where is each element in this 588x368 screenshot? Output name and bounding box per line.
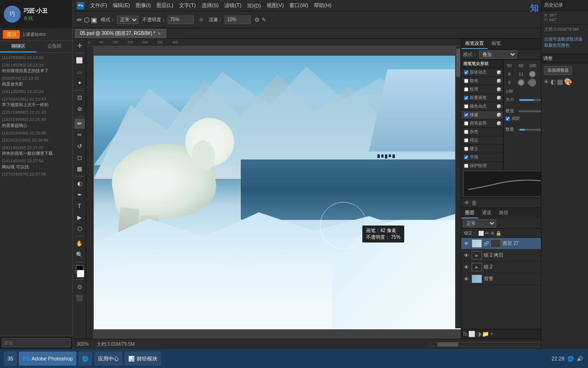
gradient-tool[interactable]: ▦ xyxy=(74,164,85,174)
build-up-check[interactable] xyxy=(464,147,468,151)
shape-dynamics-check[interactable] xyxy=(464,70,468,75)
quick-mask-icon[interactable]: ⊙ xyxy=(74,282,85,292)
menu-file[interactable]: 文件(F) xyxy=(90,2,107,9)
add-mask-icon[interactable]: ⬜ xyxy=(468,331,475,337)
text-tool[interactable]: T xyxy=(74,201,85,211)
mode-select[interactable]: 正常 xyxy=(117,16,139,24)
brush-pose-check[interactable] xyxy=(464,121,468,125)
brush-tip-60[interactable]: 60 xyxy=(517,62,525,69)
noise-check[interactable] xyxy=(464,130,468,134)
menu-text[interactable]: 文字(T) xyxy=(179,2,196,9)
taskbar-app-center[interactable]: 应用中心 xyxy=(94,351,122,366)
brush-tip-circle-6[interactable] xyxy=(517,79,525,86)
active-tab[interactable]: 05.psd @ 300% (图层27, RGB/8#) * ✕ xyxy=(75,29,166,38)
clone-stamp-tool[interactable]: ✂ xyxy=(74,130,85,140)
brush-mode-select[interactable]: 叠加 xyxy=(479,50,517,59)
tab-announce[interactable]: 公告区 xyxy=(36,41,73,52)
canvas[interactable]: 画笔：42 像素 不透明度： 75% xyxy=(94,56,461,329)
background-color[interactable] xyxy=(77,270,84,277)
taskbar-chart[interactable]: 📊 财经模块 xyxy=(124,351,161,366)
taskbar-browser[interactable]: 🌐 xyxy=(78,351,92,366)
shape-tool[interactable]: ⬡ xyxy=(74,224,85,234)
crop-tool[interactable]: ⊡ xyxy=(74,92,85,103)
brush-tip-136[interactable]: 136 xyxy=(506,87,513,95)
texture-check[interactable] xyxy=(464,87,468,92)
opacity-input[interactable] xyxy=(168,16,194,24)
menu-layer[interactable]: 图层(L) xyxy=(156,2,173,9)
dual-brush-check[interactable] xyxy=(464,96,468,100)
pen-tool[interactable]: ✒ xyxy=(74,190,85,200)
zoom-tool[interactable]: 🔍 xyxy=(74,250,85,260)
lock-position-icon[interactable]: ✛ xyxy=(490,231,494,236)
vscroll-thumb[interactable] xyxy=(456,49,460,77)
dodge-tool[interactable]: ◐ xyxy=(74,178,85,189)
eraser-tool[interactable]: ◻ xyxy=(74,152,85,163)
lock-all-icon[interactable]: 🔒 xyxy=(496,231,501,236)
marquee-tool[interactable]: ⬜ xyxy=(74,55,85,66)
move-tool[interactable]: ✛ xyxy=(74,41,85,51)
tab-chat[interactable]: 聊聊区 xyxy=(0,41,36,52)
menu-help[interactable]: 帮助(H) xyxy=(314,2,331,9)
tab-layers[interactable]: 图层 xyxy=(461,208,478,218)
lock-transparent-icon[interactable]: ⬜ xyxy=(478,231,484,236)
menu-select[interactable]: 选择(S) xyxy=(202,2,219,9)
brush-tip-circle-2[interactable] xyxy=(529,70,536,78)
wet-edges-check[interactable] xyxy=(464,138,468,142)
adjustment-icon[interactable]: ◑ xyxy=(476,331,481,337)
lock-image-icon[interactable]: ✏ xyxy=(485,231,489,236)
layer-blend-select[interactable]: 正常 xyxy=(463,219,496,227)
brush-tip-5[interactable]: 5 xyxy=(506,79,513,86)
brush-tip-100[interactable]: 100 xyxy=(529,62,536,69)
tab-close-icon[interactable]: ✕ xyxy=(157,31,161,36)
canvas-area[interactable]: 050100150200250300 xyxy=(86,39,461,339)
menu-window[interactable]: 窗口(W) xyxy=(289,2,308,9)
smooth-check[interactable] xyxy=(464,155,468,159)
tab-brush-settings[interactable]: 画笔设置 xyxy=(461,39,488,49)
path-selection-tool[interactable]: ▶ xyxy=(74,212,85,223)
transfer-check[interactable] xyxy=(464,113,468,117)
menu-filter[interactable]: 滤镜(T) xyxy=(224,2,241,9)
scatter-check[interactable] xyxy=(464,79,468,83)
adj-brightness[interactable]: 添加调整器 xyxy=(544,66,572,75)
layer-eye-g2[interactable]: 👁 xyxy=(463,264,470,270)
tab-paths[interactable]: 路径 xyxy=(495,208,512,218)
lasso-tool[interactable]: ⌓ xyxy=(74,67,85,77)
tab-brush[interactable]: 画笔 xyxy=(488,39,505,49)
brush-tip-50[interactable]: 50 xyxy=(506,62,513,69)
hscroll-thumb[interactable] xyxy=(437,343,458,346)
tab-channels[interactable]: 通道 xyxy=(478,208,495,218)
brush-tool[interactable]: ✏ xyxy=(74,118,85,129)
eyedropper-tool[interactable]: ⊘ xyxy=(74,104,85,114)
brush-tip-9[interactable]: 9 xyxy=(506,70,513,78)
new-layer-icon[interactable]: + xyxy=(490,331,493,337)
menu-view[interactable]: 视图(V) xyxy=(267,2,284,9)
adj-icon-2[interactable]: ◐ xyxy=(550,78,556,85)
chat-input[interactable] xyxy=(2,338,71,347)
menu-3d[interactable]: 3D(D) xyxy=(247,3,261,8)
magic-wand-tool[interactable]: ✦ xyxy=(74,78,85,88)
protect-texture-check[interactable] xyxy=(464,164,468,168)
layer-eye-27[interactable]: 👁 xyxy=(463,240,470,247)
color-dynamics-check[interactable] xyxy=(464,104,468,109)
adj-icon-1[interactable]: ☀ xyxy=(543,78,549,85)
ask-button[interactable]: 提问 xyxy=(3,30,20,39)
brush-tip-11[interactable]: 11 xyxy=(517,70,525,78)
hand-tool[interactable]: ✋ xyxy=(74,238,85,249)
vertical-scrollbar[interactable] xyxy=(455,46,461,328)
fx-icon[interactable]: fx xyxy=(463,331,467,337)
layer-eye-bg[interactable]: 👁 xyxy=(463,276,470,282)
adj-icon-4[interactable]: 🎨 xyxy=(564,78,572,85)
history-brush-tool[interactable]: ↺ xyxy=(74,141,85,151)
flow-input[interactable] xyxy=(225,16,251,24)
taskbar-ps[interactable]: Ps Adobe Photoshop xyxy=(19,351,76,366)
screen-mode-icon[interactable]: ⬛ xyxy=(74,293,85,303)
taskbar-start[interactable]: 35 xyxy=(4,351,17,366)
layer-eye-g2c[interactable]: 👁 xyxy=(463,252,470,259)
adj-icon-3[interactable]: ▦ xyxy=(557,78,563,85)
menu-image[interactable]: 图像(I) xyxy=(136,2,151,9)
menu-edit[interactable]: 编辑(E) xyxy=(113,2,130,9)
spacing-check[interactable] xyxy=(506,117,510,121)
trash-icon-brush[interactable]: 🗑 xyxy=(472,200,477,206)
folder-icon[interactable]: 📁 xyxy=(482,331,489,337)
brush-tip-star[interactable] xyxy=(527,77,538,88)
